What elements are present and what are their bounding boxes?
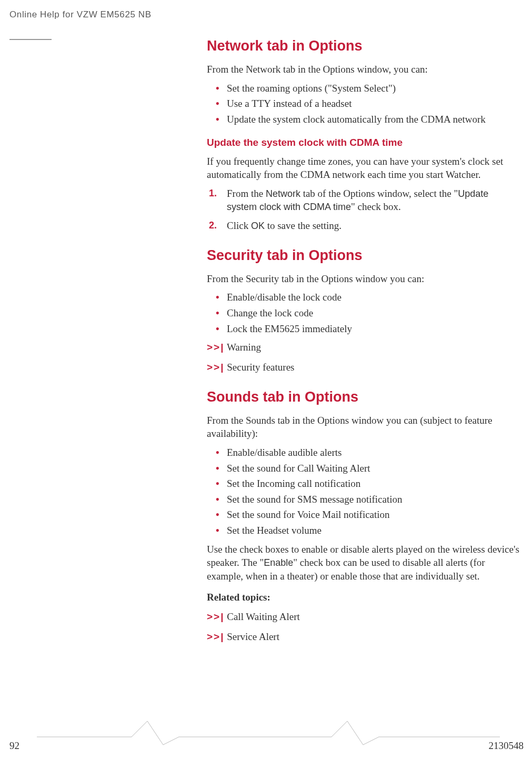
link-text: Call Waiting Alert — [227, 611, 300, 622]
left-margin-rule — [9, 39, 52, 40]
link-text: Security features — [227, 362, 294, 373]
doc-number: 2130548 — [489, 740, 524, 752]
sounds-paragraph: Use the check boxes to enable or disable… — [207, 543, 520, 583]
step-text: From the — [227, 188, 266, 199]
page-header: Online Help for VZW EM5625 NB — [9, 9, 152, 20]
list-item: Lock the EM5625 immediately — [207, 322, 520, 336]
link-text: Service Alert — [227, 631, 279, 642]
list-item: Enable/disable the lock code — [207, 291, 520, 304]
step-item: 2. Click OK to save the setting. — [207, 219, 520, 233]
ui-term: Enable — [264, 557, 293, 568]
list-item: Enable/disable audible alerts — [207, 446, 520, 460]
list-item: Set the roaming options ("System Select"… — [207, 82, 520, 95]
step-number: 1. — [209, 187, 217, 199]
list-item: Set the sound for Voice Mail notificatio… — [207, 508, 520, 522]
link-marker-icon: >>| — [207, 631, 225, 642]
list-item: Change the lock code — [207, 306, 520, 320]
link-text: Warning — [227, 342, 261, 353]
clock-paragraph: If you frequently change time zones, you… — [207, 155, 520, 182]
step-text: to save the setting. — [265, 220, 342, 231]
security-bullets: Enable/disable the lock code Change the … — [207, 291, 520, 335]
link-row[interactable]: >>| Warning — [207, 341, 520, 354]
link-marker-icon: >>| — [207, 362, 225, 373]
sounds-bullets: Enable/disable audible alerts Set the so… — [207, 446, 520, 537]
step-text: Click — [227, 220, 251, 231]
ui-term: OK — [251, 221, 265, 231]
sounds-intro: From the Sounds tab in the Options windo… — [207, 414, 520, 441]
step-text: " check box. — [351, 201, 401, 212]
security-links: >>| Warning >>| Security features — [207, 341, 520, 374]
sounds-links: >>| Call Waiting Alert >>| Service Alert — [207, 610, 520, 643]
clock-subheading: Update the system clock with CDMA time — [207, 137, 520, 148]
link-row[interactable]: >>| Call Waiting Alert — [207, 610, 520, 624]
network-intro: From the Network tab in the Options wind… — [207, 63, 520, 76]
clock-steps: 1. From the Network tab of the Options w… — [207, 187, 520, 233]
main-content: Network tab in Options From the Network … — [207, 38, 520, 650]
page-number: 92 — [9, 740, 19, 752]
list-item: Set the sound for SMS message notificati… — [207, 493, 520, 506]
link-row[interactable]: >>| Service Alert — [207, 630, 520, 644]
link-marker-icon: >>| — [207, 611, 225, 622]
step-item: 1. From the Network tab of the Options w… — [207, 187, 520, 214]
list-item: Set the Incoming call notification — [207, 477, 520, 491]
step-number: 2. — [209, 219, 217, 232]
list-item: Use a TTY instead of a headset — [207, 97, 520, 111]
list-item: Update the system clock automatically fr… — [207, 113, 520, 126]
link-marker-icon: >>| — [207, 342, 225, 353]
sounds-heading: Sounds tab in Options — [207, 389, 520, 405]
list-item: Set the sound for Call Waiting Alert — [207, 462, 520, 475]
list-item: Set the Headset volume — [207, 524, 520, 537]
security-intro: From the Security tab in the Options win… — [207, 272, 520, 286]
network-heading: Network tab in Options — [207, 38, 520, 54]
security-heading: Security tab in Options — [207, 247, 520, 264]
step-text: tab of the Options window, select the " — [300, 188, 458, 199]
network-bullets: Set the roaming options ("System Select"… — [207, 82, 520, 126]
link-row[interactable]: >>| Security features — [207, 361, 520, 374]
ui-term: Network — [266, 188, 300, 199]
related-topics-label: Related topics: — [207, 591, 520, 604]
page-footer: 92 2130548 — [9, 740, 524, 752]
